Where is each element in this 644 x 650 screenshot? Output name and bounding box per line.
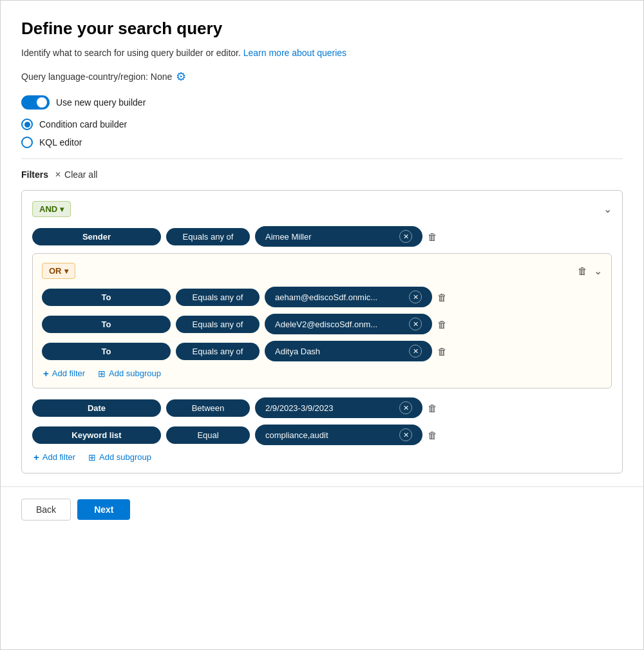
to-value-tag-2[interactable]: AdeleV2@ediscoSdf.onm... ✕ (265, 314, 432, 334)
or-header-right: 🗑 ⌄ (578, 265, 602, 277)
page-title: Define your search query (21, 19, 623, 39)
kql-editor-radio-row[interactable]: KQL editor (21, 137, 623, 148)
toggle-label: Use new query builder (56, 97, 146, 108)
next-button[interactable]: Next (77, 499, 130, 520)
condition-card-radio-row[interactable]: Condition card builder (21, 119, 623, 130)
clear-all-x-icon: ✕ (55, 170, 61, 179)
kql-editor-label: KQL editor (39, 137, 82, 148)
or-header: OR ▾ 🗑 ⌄ (42, 263, 602, 279)
keyword-filter-row: Keyword list Equal compliance,audit ✕ 🗑 (32, 425, 612, 445)
to-operator-tag-3[interactable]: Equals any of (176, 343, 260, 360)
sender-remove-value-button[interactable]: ✕ (399, 230, 412, 243)
condition-card-label: Condition card builder (39, 119, 127, 129)
and-header: AND ▾ ⌄ (32, 201, 612, 217)
date-filter-row: Date Between 2/9/2023-3/9/2023 ✕ 🗑 (32, 397, 612, 418)
sender-field-tag[interactable]: Sender (32, 228, 161, 245)
and-collapse-icon[interactable]: ⌄ (603, 203, 612, 215)
keyword-field-tag[interactable]: Keyword list (32, 426, 161, 444)
or-add-subgroup-icon: ⊞ (98, 368, 106, 379)
sender-delete-row-button[interactable]: 🗑 (428, 231, 437, 242)
to-remove-value-button-1[interactable]: ✕ (409, 291, 422, 303)
footer: Back Next (1, 486, 643, 532)
or-delete-subgroup-button[interactable]: 🗑 (578, 265, 587, 276)
sender-filter-row: Sender Equals any of Aimee Miller ✕ 🗑 (32, 226, 612, 247)
query-language-row: Query language-country/region: None ⚙ (21, 70, 623, 84)
to-remove-value-button-2[interactable]: ✕ (409, 318, 422, 330)
date-field-tag[interactable]: Date (32, 399, 161, 417)
keyword-operator-tag[interactable]: Equal (166, 426, 250, 444)
kql-editor-radio[interactable] (21, 137, 33, 148)
to-delete-row-button-1[interactable]: 🗑 (437, 292, 447, 303)
to-delete-row-button-3[interactable]: 🗑 (437, 346, 447, 357)
sender-value-tag[interactable]: Aimee Miller ✕ (255, 226, 422, 247)
main-add-filter-plus-icon: + (33, 452, 39, 463)
learn-more-link[interactable]: Learn more about queries (243, 48, 346, 58)
and-chevron-icon: ▾ (60, 205, 64, 214)
to-row-3: To Equals any of Aditya Dash ✕ 🗑 (42, 341, 602, 361)
or-collapse-icon[interactable]: ⌄ (594, 265, 602, 277)
keyword-delete-row-button[interactable]: 🗑 (428, 430, 437, 441)
date-value-tag[interactable]: 2/9/2023-3/9/2023 ✕ (255, 397, 422, 418)
keyword-value-tag[interactable]: compliance,audit ✕ (255, 425, 422, 445)
to-remove-value-button-3[interactable]: ✕ (409, 345, 422, 358)
condition-card-radio[interactable] (21, 119, 33, 130)
back-button[interactable]: Back (21, 499, 71, 521)
main-add-subgroup-button[interactable]: ⊞ Add subgroup (88, 452, 151, 463)
language-settings-icon[interactable]: ⚙ (176, 70, 186, 84)
to-field-tag-1[interactable]: To (42, 289, 171, 306)
filters-label: Filters (21, 169, 48, 180)
and-operator-badge[interactable]: AND ▾ (32, 201, 71, 217)
main-add-filter-button[interactable]: + Add filter (33, 452, 75, 463)
keyword-remove-value-button[interactable]: ✕ (399, 428, 412, 441)
to-value-tag-1[interactable]: aeham@ediscoSdf.onmic... ✕ (265, 287, 432, 307)
or-add-row: + Add filter ⊞ Add subgroup (42, 368, 602, 379)
to-operator-tag-2[interactable]: Equals any of (176, 316, 260, 333)
or-subgroup-card: OR ▾ 🗑 ⌄ To Equals any of aeham@ediscoSd… (32, 253, 612, 388)
sender-operator-tag[interactable]: Equals any of (166, 228, 250, 245)
to-field-tag-2[interactable]: To (42, 316, 171, 333)
or-chevron-icon: ▾ (64, 267, 68, 276)
page-description: Identify what to search for using query … (21, 48, 623, 58)
to-row-1: To Equals any of aeham@ediscoSdf.onmic..… (42, 287, 602, 307)
date-remove-value-button[interactable]: ✕ (399, 401, 412, 414)
query-builder-toggle[interactable] (21, 95, 50, 110)
clear-all-button[interactable]: ✕ Clear all (55, 169, 97, 180)
or-add-filter-plus-icon: + (43, 368, 49, 379)
main-add-subgroup-icon: ⊞ (88, 452, 96, 463)
main-add-row: + Add filter ⊞ Add subgroup (32, 452, 612, 463)
to-delete-row-button-2[interactable]: 🗑 (437, 319, 447, 330)
or-add-subgroup-button[interactable]: ⊞ Add subgroup (98, 368, 161, 379)
to-row-2: To Equals any of AdeleV2@ediscoSdf.onm..… (42, 314, 602, 334)
main-filter-card: AND ▾ ⌄ Sender Equals any of Aimee Mille… (21, 190, 623, 473)
date-delete-row-button[interactable]: 🗑 (428, 403, 437, 414)
to-value-tag-3[interactable]: Aditya Dash ✕ (265, 341, 432, 361)
query-builder-toggle-row: Use new query builder (21, 95, 623, 110)
to-operator-tag-1[interactable]: Equals any of (176, 289, 260, 306)
or-operator-badge[interactable]: OR ▾ (42, 263, 75, 279)
filters-row: Filters ✕ Clear all (21, 169, 623, 180)
or-add-filter-button[interactable]: + Add filter (43, 368, 85, 379)
to-field-tag-3[interactable]: To (42, 343, 171, 360)
date-operator-tag[interactable]: Between (166, 399, 250, 417)
